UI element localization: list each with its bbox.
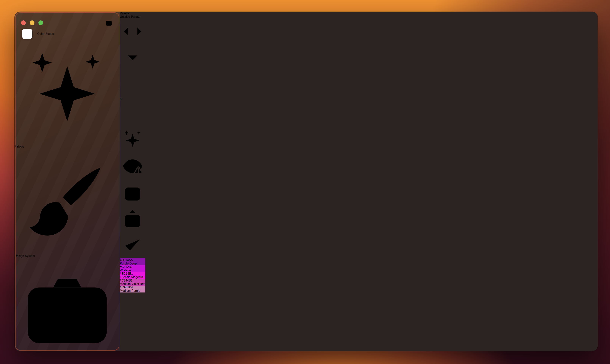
toolbar: Palette Untitled Palette 5 — [120, 12, 145, 259]
layout-direction-button[interactable] — [120, 19, 145, 71]
share-button[interactable] — [120, 206, 145, 232]
title-block: Palette Untitled Palette — [120, 12, 145, 19]
color-swatch[interactable]: #CA82B4 Medium Purple — [120, 286, 145, 292]
contrast-check-button[interactable] — [120, 153, 145, 180]
minimize-button[interactable] — [30, 20, 34, 25]
sidebar-item-image-extract[interactable]: Image Extract — [14, 258, 120, 351]
share-icon — [120, 206, 145, 231]
page-title: Palette — [120, 12, 145, 15]
increase-count-button[interactable] — [120, 101, 145, 127]
checkmark-icon — [120, 232, 145, 258]
color-swatch[interactable]: #8C14AA Purple Deep — [120, 259, 145, 265]
zoom-button[interactable] — [39, 20, 43, 25]
swatch-label: #CA82B4 Medium Purple — [120, 286, 145, 292]
sidebar-toggle-icon[interactable] — [104, 19, 114, 28]
sidebar-item-label: Design System — [14, 254, 35, 258]
chevron-down-icon — [120, 45, 145, 70]
sparkles-icon — [120, 127, 145, 153]
app-window: Color Scope Palette — [14, 12, 598, 351]
paintbrush-icon — [14, 251, 120, 254]
arrows-horizontal-icon — [120, 19, 145, 44]
decrease-count-button[interactable] — [120, 71, 145, 97]
window-controls — [21, 20, 43, 25]
sidebar: Color Scope Palette — [14, 12, 120, 351]
color-swatch[interactable]: #C944B2 Medium Violet Red — [120, 279, 145, 286]
import-button[interactable] — [120, 180, 145, 206]
swatch-name: Wisteria — [120, 269, 145, 272]
sidebar-item-palette[interactable]: Palette — [14, 39, 120, 148]
swatch-label: #C944B2 Medium Violet Red — [120, 279, 145, 286]
sparkles-icon — [14, 142, 120, 145]
swatch-hex: #8C14AA — [120, 259, 145, 262]
swatch-label: #8C14AA Purple Deep — [120, 259, 145, 265]
sidebar-item-label: Palette — [14, 145, 24, 148]
palette-controls-group: 5 — [120, 71, 145, 259]
swatch-hex: #EC16E1 — [120, 272, 145, 275]
swatch-name: Fuchsia Magenta — [120, 275, 145, 279]
eye-warning-icon — [120, 153, 145, 179]
swatch-hex: #C944B2 — [120, 279, 145, 282]
sidebar-item-design-system[interactable]: Design System — [14, 148, 120, 258]
confirm-button[interactable] — [120, 232, 145, 259]
swatch-label: #EC16E1 Fuchsia Magenta — [120, 272, 145, 279]
swatch-label: #C812D7 Wisteria — [120, 265, 145, 272]
swatch-name: Medium Violet Red — [120, 282, 145, 286]
close-button[interactable] — [21, 20, 26, 25]
swatch-hex: #CA82B4 — [120, 286, 145, 289]
color-swatch[interactable]: #EC16E1 Fuchsia Magenta — [120, 272, 145, 279]
generate-palette-button[interactable] — [120, 127, 145, 154]
swatch-hex: #C812D7 — [120, 265, 145, 269]
page-subtitle: Untitled Palette — [120, 15, 145, 19]
swatch-name: Purple Deep — [120, 262, 145, 265]
main-area: Palette Untitled Palette 5 — [120, 12, 145, 351]
color-swatch[interactable]: #C812D7 Wisteria — [120, 265, 145, 272]
primary-nav: Palette Design System — [14, 39, 120, 351]
download-icon — [120, 180, 145, 205]
color-count-value: 5 — [120, 97, 145, 101]
app-header: Color Scope — [22, 29, 120, 39]
app-title: Color Scope — [37, 32, 54, 36]
palette-swatches: #8C14AA Purple Deep #C812D7 Wisteria #EC… — [120, 259, 145, 292]
swatch-name: Medium Purple — [120, 289, 145, 292]
app-logo-icon — [22, 29, 32, 39]
